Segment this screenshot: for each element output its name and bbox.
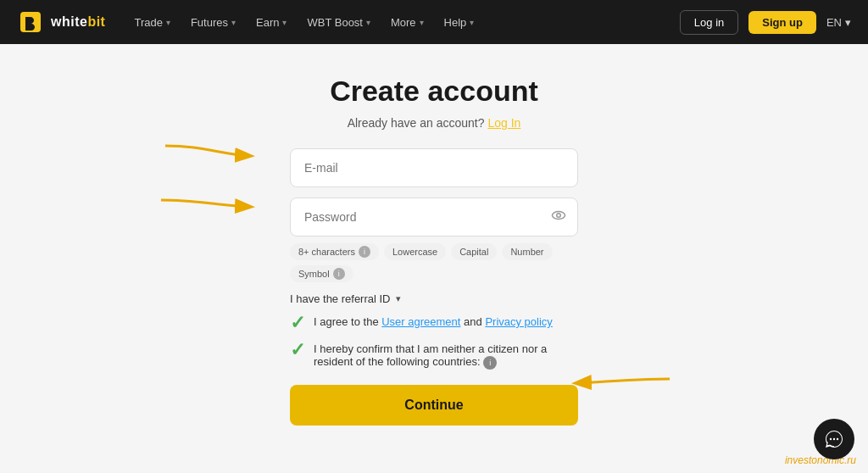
email-input[interactable] [290,148,578,187]
referral-toggle[interactable]: I have the referral ID ▾ [290,292,578,305]
password-hints: 8+ characters i Lowercase Capital Number… [290,243,578,282]
svg-point-1 [553,212,565,220]
login-hint: Already have an account? Log In [348,116,521,130]
password-input-wrapper [290,198,578,236]
agreement-checkmark-icon[interactable]: ✓ [290,314,305,332]
logo-text: whitebit [51,14,105,30]
user-agreement-link[interactable]: User agreement [381,315,460,328]
agreement-text: I agree to the User agreement and Privac… [314,315,553,328]
confirm-checkmark-icon[interactable]: ✓ [290,341,305,359]
nav-item-wbt-boost[interactable]: WBT Boost ▾ [298,11,379,34]
chat-bubble[interactable] [814,419,854,459]
nav-item-trade[interactable]: Trade ▾ [125,11,178,34]
nav-item-help[interactable]: Help ▾ [436,11,483,34]
password-input[interactable] [290,198,578,236]
nav-actions: Log in Sign up EN ▾ [680,10,851,35]
login-button[interactable]: Log in [680,10,738,35]
signup-form: 8+ characters i Lowercase Capital Number… [290,148,578,426]
confirm-checkbox-row: ✓ I hereby confirm that I am neither a c… [290,342,578,370]
futures-chevron-icon: ▾ [231,18,236,27]
wbt-boost-chevron-icon: ▾ [366,18,370,27]
nav-items: Trade ▾ Futures ▾ Earn ▾ WBT Boost ▾ Mor… [125,11,672,34]
logo[interactable]: whitebit [17,8,105,36]
email-input-wrapper [290,148,578,187]
continue-button[interactable]: Continue [290,385,578,426]
navbar: whitebit Trade ▾ Futures ▾ Earn ▾ WBT Bo… [0,0,868,44]
more-chevron-icon: ▾ [420,18,424,27]
nav-item-more[interactable]: More ▾ [382,11,432,34]
help-chevron-icon: ▾ [470,18,474,27]
login-link[interactable]: Log In [487,116,520,130]
nav-item-futures[interactable]: Futures ▾ [182,11,244,34]
show-password-icon[interactable] [551,208,566,226]
hint-number: Number [502,243,552,260]
hint-characters-info-icon[interactable]: i [359,246,370,258]
trade-chevron-icon: ▾ [166,18,170,27]
hint-characters: 8+ characters i [290,243,379,260]
signup-button[interactable]: Sign up [748,11,816,34]
main-content: Create account Already have an account? … [0,44,868,426]
earn-chevron-icon: ▾ [282,18,287,27]
hint-symbol-info-icon[interactable]: i [333,268,345,280]
agreement-checkbox-row: ✓ I agree to the User agreement and Priv… [290,315,578,332]
hint-symbol: Symbol i [290,265,353,282]
hint-lowercase: Lowercase [384,243,446,260]
page-title: Create account [330,75,538,108]
referral-chevron-icon: ▾ [396,293,401,304]
hint-capital: Capital [451,243,497,260]
watermark: investonomic.ru [785,454,856,466]
confirm-text: I hereby confirm that I am neither a cit… [314,342,578,370]
confirm-info-icon[interactable]: i [483,356,497,370]
lang-chevron-icon: ▾ [845,16,851,29]
svg-point-6 [837,438,838,440]
svg-point-5 [833,438,835,440]
language-selector[interactable]: EN ▾ [826,16,851,29]
logo-icon [17,8,44,36]
svg-point-4 [830,438,832,440]
privacy-policy-link[interactable]: Privacy policy [485,315,552,328]
svg-point-2 [557,214,561,218]
nav-item-earn[interactable]: Earn ▾ [248,11,295,34]
